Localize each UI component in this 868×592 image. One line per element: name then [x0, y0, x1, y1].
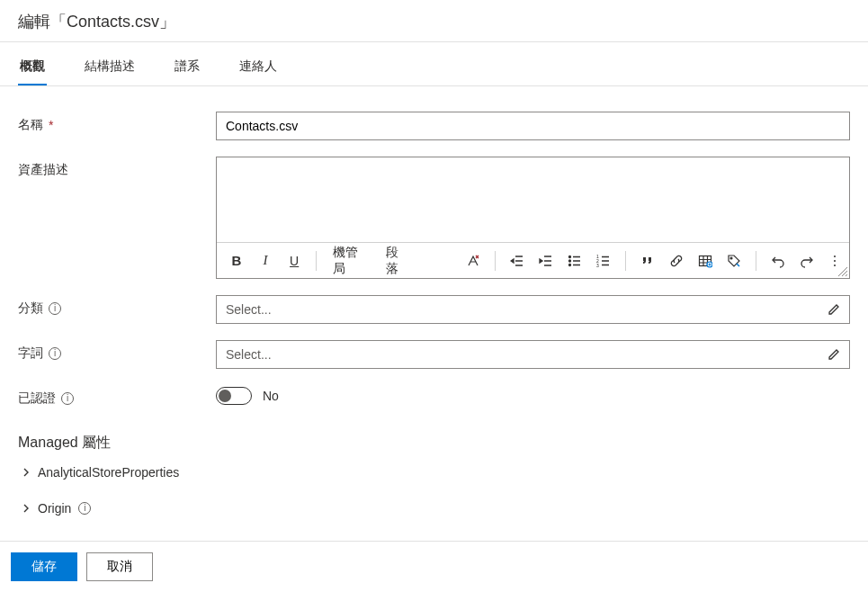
row-classification: 分類 i Select...	[18, 295, 850, 324]
label-certified-text: 已認證	[18, 390, 56, 407]
tab-lineage[interactable]: 譜系	[173, 48, 201, 85]
info-icon[interactable]: i	[61, 392, 74, 405]
required-mark: *	[49, 118, 53, 132]
svg-point-9	[834, 256, 836, 257]
row-terms: 字詞 i Select...	[18, 340, 850, 369]
resize-handle-icon[interactable]	[837, 265, 847, 276]
footer: 儲存 取消	[0, 541, 868, 592]
svg-text:3: 3	[596, 263, 599, 268]
label-name: 名稱 *	[18, 112, 216, 133]
tab-bar: 概觀 結構描述 譜系 連絡人	[0, 48, 868, 86]
form-area: 名稱 * 資產描述 B I U 機管局 段落	[0, 86, 868, 407]
select-placeholder: Select...	[226, 347, 272, 362]
tag-icon[interactable]	[721, 247, 747, 274]
paragraph-dropdown[interactable]: 段落	[379, 247, 416, 274]
label-classification-text: 分類	[18, 300, 43, 317]
toolbar-separator	[495, 251, 496, 271]
redo-icon[interactable]	[794, 247, 819, 274]
header-divider	[0, 41, 868, 42]
tree-item-analytical[interactable]: AnalyticalStoreProperties	[0, 453, 868, 480]
rich-text-editor: B I U 機管局 段落	[216, 157, 850, 279]
svg-point-1	[568, 260, 570, 262]
info-icon[interactable]: i	[49, 302, 61, 315]
label-name-text: 名稱	[18, 117, 43, 133]
certified-toggle[interactable]	[216, 387, 252, 405]
label-certified: 已認證 i	[18, 385, 216, 407]
label-terms: 字詞 i	[18, 340, 216, 362]
underline-button[interactable]: U	[282, 247, 307, 274]
svg-point-11	[834, 265, 836, 266]
info-icon[interactable]: i	[49, 347, 61, 360]
table-icon[interactable]	[693, 247, 718, 274]
description-textarea[interactable]	[217, 157, 849, 242]
save-button[interactable]: 儲存	[11, 552, 77, 581]
select-placeholder: Select...	[226, 302, 272, 317]
link-icon[interactable]	[664, 247, 689, 274]
quote-icon[interactable]	[635, 247, 660, 274]
select-edit-icon	[828, 348, 840, 361]
label-description: 資產描述	[18, 157, 216, 178]
outdent-icon[interactable]	[505, 247, 530, 274]
bold-button[interactable]: B	[224, 247, 249, 274]
tab-schema[interactable]: 結構描述	[83, 48, 137, 85]
info-icon[interactable]: i	[78, 502, 91, 515]
certified-value: No	[263, 389, 279, 403]
chevron-right-icon	[22, 504, 31, 513]
cancel-button[interactable]: 取消	[86, 552, 153, 581]
toolbar-separator	[625, 251, 626, 271]
row-certified: 已認證 i No	[18, 385, 850, 407]
classification-select[interactable]: Select...	[216, 295, 850, 324]
label-classification: 分類 i	[18, 295, 216, 317]
indent-icon[interactable]	[533, 247, 559, 274]
chevron-right-icon	[22, 468, 31, 477]
toolbar-separator	[316, 251, 317, 271]
tree-item-label: Origin	[38, 501, 71, 516]
tree-item-label: AnalyticalStoreProperties	[38, 465, 179, 480]
select-edit-icon	[828, 303, 840, 316]
bullet-list-icon[interactable]	[562, 247, 587, 274]
svg-point-0	[568, 256, 570, 257]
svg-point-2	[568, 264, 570, 265]
clear-format-icon[interactable]	[461, 247, 486, 274]
number-list-icon[interactable]: 123	[591, 247, 616, 274]
terms-select[interactable]: Select...	[216, 340, 850, 369]
svg-point-10	[834, 260, 836, 262]
toggle-knob	[219, 390, 231, 402]
italic-button[interactable]: I	[253, 247, 278, 274]
svg-point-8	[730, 257, 732, 259]
row-name: 名稱 *	[18, 112, 850, 140]
label-terms-text: 字詞	[18, 345, 43, 362]
tree-item-origin[interactable]: Origin i	[0, 489, 868, 516]
rich-toolbar: B I U 機管局 段落	[217, 242, 849, 278]
name-input[interactable]	[216, 112, 850, 140]
undo-icon[interactable]	[765, 247, 791, 274]
label-description-text: 資產描述	[18, 162, 68, 178]
tab-overview[interactable]: 概觀	[18, 48, 47, 85]
font-dropdown[interactable]: 機管局	[326, 247, 375, 274]
toolbar-separator	[756, 251, 756, 271]
page-title: 編輯「Contacts.csv」	[0, 0, 868, 41]
row-description: 資產描述 B I U 機管局 段落	[18, 157, 850, 279]
managed-heading: Managed 屬性	[0, 407, 868, 453]
tab-contacts[interactable]: 連絡人	[237, 48, 279, 85]
